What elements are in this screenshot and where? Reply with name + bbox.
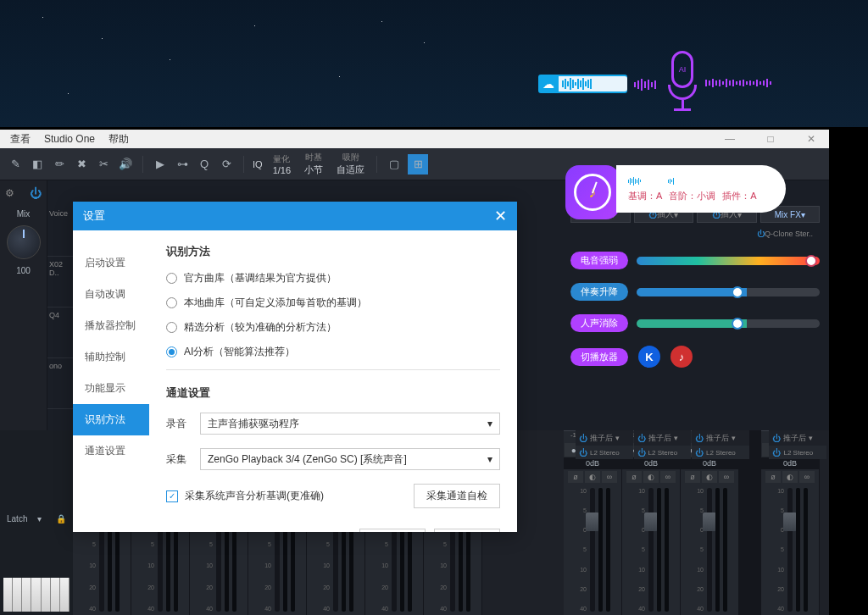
timebase-dropdown[interactable]: 时基 小节 <box>299 152 328 176</box>
fader[interactable] <box>707 488 712 612</box>
stars-decoration <box>0 0 868 136</box>
nav-autotune[interactable]: 自动改调 <box>73 279 149 310</box>
automation-tool-icon[interactable]: ⟳ <box>216 154 236 175</box>
section-channel-title: 通道设置 <box>166 385 500 401</box>
cloud-sync-badge[interactable]: ☁ <box>538 75 627 93</box>
eraser-tool-icon[interactable]: ◧ <box>27 154 47 175</box>
radio-local[interactable]: 本地曲库（可自定义添加每首歌的基调） <box>166 296 500 310</box>
window-controls: — □ ✕ <box>715 131 826 147</box>
phase-icon[interactable]: ø <box>765 471 781 483</box>
listen-tool-icon[interactable]: 🔊 <box>115 154 136 175</box>
effects-control-panel: ⏻ 插入 ▾ ⏻ 插入 ▾ ⏻ 插入 ▾ Mix FX ▾ ⏻ Q-Clone … <box>564 199 826 374</box>
transport-icon[interactable]: ▶ <box>150 154 170 175</box>
track-item[interactable]: X02 D.. <box>47 257 73 308</box>
stereo-icon[interactable]: ◐ <box>585 471 600 483</box>
nav-startup[interactable]: 启动设置 <box>73 247 149 279</box>
l2-stereo-cell[interactable]: ⏻L2 Stereo <box>576 446 633 459</box>
right-post-fader-row: ⏻推子后 ▾ ⏻推子后 ▾ ⏻推子后 ▾ ⏻推子后 ▾ <box>576 430 826 446</box>
menu-view[interactable]: 查看 <box>3 132 37 147</box>
netease-icon[interactable]: ♪ <box>670 346 693 368</box>
key-info-widget[interactable]: ♪ 基调：A 音阶：小调 插件：A <box>565 165 786 216</box>
view-icon-1[interactable]: ▢ <box>384 154 404 175</box>
fader[interactable] <box>648 488 654 612</box>
piano-keyboard[interactable] <box>3 578 70 612</box>
record-label: 录音 <box>166 417 192 431</box>
gain-value: 0dB <box>564 457 621 469</box>
phase-icon[interactable]: ø <box>568 471 583 483</box>
l2-stereo-cell[interactable]: ⏻L2 Stereo <box>634 446 692 459</box>
nav-channel[interactable]: 通道设置 <box>73 435 149 467</box>
pitch-shift-label: 伴奏升降 <box>570 283 628 301</box>
post-fader-cell[interactable]: ⏻推子后 ▾ <box>769 430 826 446</box>
close-button[interactable]: ✕ <box>796 131 826 147</box>
effect-strength-slider[interactable] <box>637 257 820 265</box>
l2-stereo-cell[interactable]: ⏻L2 Stereo <box>769 446 826 459</box>
menu-studio-one[interactable]: Studio One <box>37 133 102 145</box>
mic-wave-left <box>634 79 656 91</box>
nav-player-control[interactable]: 播放器控制 <box>73 310 149 341</box>
iq-label: IQ <box>251 159 264 169</box>
system-audio-checkbox[interactable]: ✓ <box>166 490 178 502</box>
vocal-remove-slider[interactable] <box>637 319 820 328</box>
effect-strength-label: 电音强弱 <box>570 252 628 269</box>
snap-icon[interactable]: ⊶ <box>172 154 192 175</box>
radio-ai[interactable]: AI分析（智能算法推荐） <box>166 345 500 359</box>
post-fader-cell[interactable]: ⏻推子后 ▾ <box>576 430 633 446</box>
phase-icon[interactable]: ø <box>685 471 700 483</box>
mute-tool-icon[interactable]: ✖ <box>71 154 92 175</box>
stereo-icon[interactable]: ◐ <box>782 471 798 483</box>
nav-display[interactable]: 功能显示 <box>73 373 149 404</box>
fader[interactable] <box>590 488 595 612</box>
restore-default-button[interactable]: 恢复默认 <box>359 529 426 532</box>
level-meter <box>715 488 720 612</box>
nav-detection[interactable]: 识别方法 <box>73 404 149 435</box>
snap-dropdown[interactable]: 吸附 自适应 <box>331 152 370 176</box>
l2-stereo-cell[interactable]: ⏻L2 Stereo <box>692 446 749 459</box>
nav-aux-control[interactable]: 辅助控制 <box>73 341 149 373</box>
power-icon[interactable]: ⏻ <box>30 186 42 200</box>
dialog-close-icon[interactable]: ✕ <box>494 207 507 225</box>
kugou-icon[interactable]: K <box>638 346 660 368</box>
ai-mic-widget[interactable]: AI <box>665 51 699 119</box>
link-icon[interactable]: ∞ <box>799 471 815 483</box>
dialog-title: 设置 <box>83 208 105 224</box>
minimize-button[interactable]: — <box>715 131 745 147</box>
track-item[interactable]: Q4 <box>47 308 73 358</box>
post-fader-cell[interactable]: ⏻推子后 ▾ <box>634 430 692 446</box>
quantize-dropdown[interactable]: 量化 1/16 <box>268 153 296 175</box>
capture-select[interactable]: ZenGo Playback 3/4 (ZenGo SC) [系统声音]▾ <box>200 448 500 470</box>
radio-select[interactable]: 精选分析（较为准确的分析方法） <box>166 320 500 335</box>
menu-bar: 查看 Studio One 帮助 <box>0 130 829 148</box>
post-fader-cell[interactable]: ⏻推子后 ▾ <box>692 430 749 446</box>
track-item[interactable]: Voice <box>47 206 73 257</box>
channel-check-button[interactable]: 采集通道自检 <box>414 484 500 508</box>
radio-official[interactable]: 官方曲库（基调结果为官方提供） <box>166 271 500 285</box>
stereo-icon[interactable]: ◐ <box>643 471 659 483</box>
section-detection-title: 识别方法 <box>166 244 500 259</box>
tools-button[interactable]: 周边工具 <box>434 529 500 532</box>
settings-nav: 启动设置 自动改调 播放器控制 辅助控制 功能显示 识别方法 通道设置 <box>73 230 149 532</box>
track-item[interactable]: ono <box>47 358 73 409</box>
checkbox-label: 采集系统声音分析基调(更准确) <box>185 489 324 503</box>
view-icon-2[interactable]: ⊞ <box>408 154 428 175</box>
link-icon[interactable]: ∞ <box>660 471 676 483</box>
gear-icon[interactable]: ⚙ <box>5 187 14 199</box>
paint-tool-icon[interactable]: ✏ <box>49 154 70 175</box>
link-icon[interactable]: ∞ <box>719 471 734 483</box>
fader[interactable] <box>787 488 793 612</box>
maximize-button[interactable]: □ <box>755 131 786 147</box>
split-tool-icon[interactable]: ✂ <box>93 154 114 175</box>
arrow-tool-icon[interactable]: ✎ <box>5 154 25 175</box>
pitch-shift-slider[interactable] <box>637 288 820 296</box>
gain-value: 0dB <box>681 457 738 469</box>
level-meter <box>804 488 808 612</box>
qclone-label[interactable]: ⏻ Q-Clone Ster.. <box>570 230 820 243</box>
link-icon[interactable]: ∞ <box>602 471 617 483</box>
phase-icon[interactable]: ø <box>626 471 642 483</box>
mix-knob[interactable] <box>7 225 41 259</box>
latch-mode[interactable]: Latch ▾ 🔒 <box>3 510 70 527</box>
stereo-icon[interactable]: ◐ <box>702 471 717 483</box>
menu-help[interactable]: 帮助 <box>102 132 136 147</box>
zoom-tool-icon[interactable]: Q <box>194 154 214 175</box>
record-select[interactable]: 主声音捕获驱动程序▾ <box>200 413 500 435</box>
